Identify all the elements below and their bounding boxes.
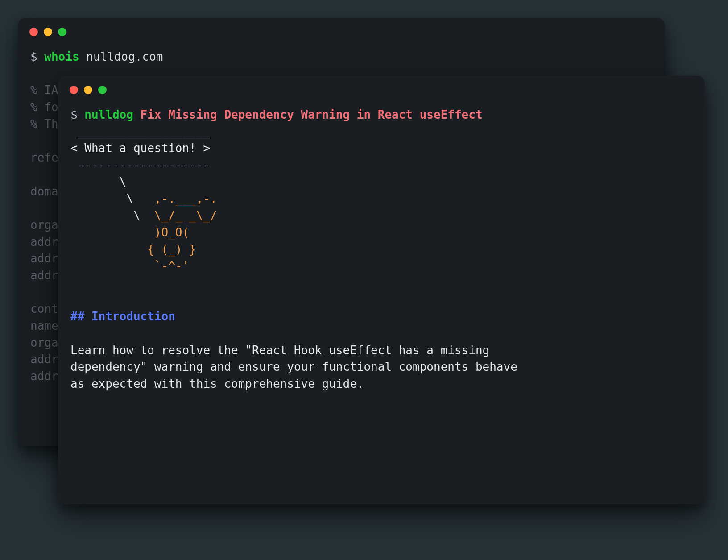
section-heading: ## Introduction bbox=[70, 310, 175, 323]
ascii-art-line: \ \_/_ _\_/ bbox=[70, 209, 217, 222]
close-icon[interactable] bbox=[70, 86, 78, 94]
body-text-line: dependency" warning and ensure your func… bbox=[70, 360, 517, 373]
minimize-icon[interactable] bbox=[44, 28, 52, 36]
command: nulldog bbox=[84, 108, 133, 121]
command-argument: nulldog.com bbox=[86, 50, 163, 63]
prompt-symbol: $ bbox=[70, 108, 78, 121]
ascii-art-line: `-^-' bbox=[70, 259, 189, 273]
minimize-icon[interactable] bbox=[84, 86, 92, 94]
maximize-icon[interactable] bbox=[58, 28, 66, 36]
command-argument: Fix Missing Dependency Warning in React … bbox=[141, 108, 483, 121]
close-icon[interactable] bbox=[29, 28, 38, 36]
body-text-line: Learn how to resolve the "React Hook use… bbox=[70, 344, 489, 357]
ascii-art-line: \ bbox=[70, 175, 126, 189]
command: whois bbox=[44, 50, 79, 63]
ascii-art-line: { (_) } bbox=[70, 243, 196, 256]
titlebar-back bbox=[18, 18, 665, 41]
terminal-window-front: $ nulldog Fix Missing Dependency Warning… bbox=[58, 76, 705, 504]
speech-bubble-text: < What a question! > bbox=[70, 141, 210, 155]
ascii-art-line: )O_O( bbox=[70, 226, 189, 239]
speech-border-top: ___________________ bbox=[70, 125, 210, 138]
ascii-art-line: \ ,-.___,-. bbox=[70, 192, 217, 205]
maximize-icon[interactable] bbox=[98, 86, 107, 94]
prompt-symbol: $ bbox=[30, 50, 37, 63]
titlebar-front bbox=[58, 76, 705, 99]
terminal-content-front: $ nulldog Fix Missing Dependency Warning… bbox=[58, 99, 705, 401]
speech-border-bottom: ------------------- bbox=[70, 158, 210, 172]
body-text-line: as expected with this comprehensive guid… bbox=[70, 377, 364, 390]
